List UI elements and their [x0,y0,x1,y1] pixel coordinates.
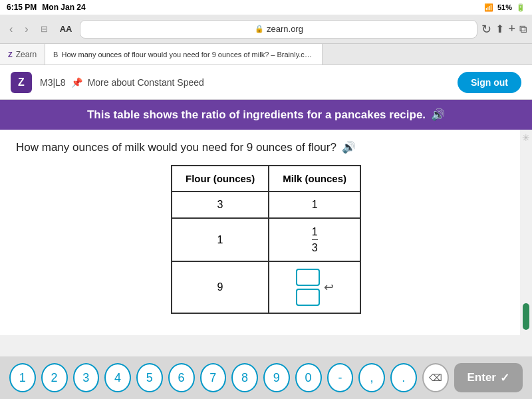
fraction-denominator: 3 [312,240,318,254]
lesson-title: More about Constant Speed [88,77,204,88]
flour-cell-2: 1 [172,218,269,261]
purple-banner: This table shows the ratio of ingredient… [0,100,532,130]
scroll-thumb[interactable] [523,303,529,330]
browser-chrome: ‹ › ⊟ AA 🔒 zearn.org ↻ ⬆ + ⧉ [0,15,532,44]
zearn-favicon: Z [8,51,13,59]
forward-button[interactable]: › [21,21,32,38]
fraction: 1 3 [312,225,318,254]
flour-cell-3: 9 [172,261,269,313]
answer-boxes [296,269,320,306]
key-minus[interactable]: - [327,363,354,392]
key-comma[interactable]: , [358,363,385,392]
checkmark-icon: ✓ [500,371,509,385]
col2-header: Milk (ounces) [269,166,360,192]
share-button[interactable]: ⬆ [495,22,504,37]
main-content: How many ounces of milk would you need f… [0,130,532,335]
reset-icon[interactable]: ↩ [324,280,334,295]
key-2[interactable]: 2 [41,363,68,392]
sign-out-button[interactable]: Sign out [458,72,521,93]
app-logo: Z [11,72,32,93]
key-7[interactable]: 7 [200,363,227,392]
wifi-icon: 📶 [484,3,493,12]
question-speaker-icon[interactable]: 🔊 [342,140,356,154]
key-9[interactable]: 9 [263,363,290,392]
banner-speaker-icon[interactable]: 🔊 [431,108,445,122]
breadcrumb: M3|L8 📌 More about Constant Speed [40,77,204,88]
col1-header: Flour (ounces) [172,166,269,192]
table-row: 3 1 [172,192,360,218]
battery-level: 51% [497,3,512,11]
tab-zearn-label: Zearn [16,50,37,59]
aa-button[interactable]: AA [56,21,76,37]
scroll-top-indicator: ✳ [522,132,530,143]
milk-cell-2: 1 3 [269,218,360,261]
app-header: Z M3|L8 📌 More about Constant Speed Sign… [0,65,532,100]
brainly-favicon: B [53,51,58,59]
lock-icon: 🔒 [255,25,264,33]
reader-button[interactable]: ⊟ [37,21,52,37]
status-bar: 6:15 PM Mon Jan 24 📶 51% 🔋 [0,0,532,15]
flour-cell-1: 3 [172,192,269,218]
ratio-table-wrapper: Flour (ounces) Milk (ounces) 3 1 1 1 3 [16,165,516,314]
milk-cell-1: 1 [269,192,360,218]
pin-icon: 📌 [71,77,82,88]
ratio-table: Flour (ounces) Milk (ounces) 3 1 1 1 3 [171,165,361,314]
table-row: 9 ↩ [172,261,360,313]
key-0[interactable]: 0 [295,363,322,392]
banner-text: This table shows the ratio of ingredient… [87,108,426,122]
refresh-button[interactable]: ↻ [481,22,491,37]
key-5[interactable]: 5 [136,363,163,392]
table-row: 1 1 3 [172,218,360,261]
answer-box-top[interactable] [296,269,320,286]
enter-button[interactable]: Enter ✓ [454,363,523,392]
key-8[interactable]: 8 [231,363,258,392]
key-6[interactable]: 6 [168,363,195,392]
address-bar[interactable]: 🔒 zearn.org [80,20,477,39]
key-4[interactable]: 4 [104,363,131,392]
fraction-numerator: 1 [312,225,318,240]
milk-answer-cell: ↩ [269,261,360,313]
key-period[interactable]: . [390,363,417,392]
new-tab-button[interactable]: + [508,22,515,37]
question: How many ounces of milk would you need f… [16,140,516,154]
scrollbar: ✳ [520,130,532,335]
url-text: zearn.org [267,24,303,34]
enter-label: Enter [467,371,496,384]
breadcrumb-module: M3|L8 [40,77,66,88]
tab-brainly-label: How many ounces of flour would you need … [61,51,314,59]
tab-brainly[interactable]: B How many ounces of flour would you nee… [45,44,323,65]
answer-box-bottom[interactable] [296,289,320,306]
question-text: How many ounces of milk would you need f… [16,141,336,154]
keypad: 1 2 3 4 5 6 7 8 9 0 - , . ⌫ Enter ✓ [0,356,532,399]
key-3[interactable]: 3 [73,363,100,392]
back-button[interactable]: ‹ [5,21,17,38]
status-date: Mon Jan 24 [42,3,85,12]
battery-icon: 🔋 [516,3,525,12]
key-1[interactable]: 1 [9,363,36,392]
status-time: 6:15 PM [7,3,37,12]
tab-zearn[interactable]: Z Zearn [0,44,45,65]
backspace-button[interactable]: ⌫ [422,363,449,392]
tabs-button[interactable]: ⧉ [519,22,527,37]
answer-cell: ↩ [283,269,346,306]
tab-bar: Z Zearn B How many ounces of flour would… [0,44,532,65]
